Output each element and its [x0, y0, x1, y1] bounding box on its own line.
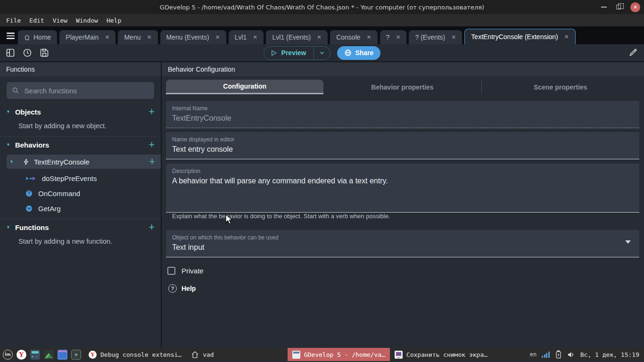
editor-tab-bar: Home PlayerMain Menu Menu (Events) Lvl1 …	[0, 26, 644, 44]
tab-lvl1[interactable]: Lvl1	[229, 30, 264, 44]
taskbar-item-gdevelop[interactable]: GDevelop 5 - /home/va…	[288, 348, 390, 361]
system-taskbar: Debug console extensi… vad GDevelop 5 - …	[0, 348, 644, 361]
preview-button[interactable]: Preview	[264, 46, 330, 60]
close-tab-icon[interactable]	[564, 33, 569, 40]
maximize-icon[interactable]	[616, 5, 621, 9]
steps-icon: ▶●▶	[26, 176, 36, 181]
close-tab-icon[interactable]	[253, 34, 257, 41]
share-button[interactable]: Share	[337, 46, 381, 60]
play-icon	[270, 49, 277, 57]
add-behavior-button[interactable]	[149, 140, 155, 150]
yandex-browser-icon	[89, 351, 97, 359]
functions-empty-text: Start by adding a new function.	[0, 235, 161, 252]
description-field[interactable]: Description A behavior that will parse a…	[166, 164, 639, 213]
tab-menu[interactable]: Menu	[118, 30, 157, 44]
taskbar-item-vad[interactable]: vad	[186, 348, 218, 361]
functions-sidebar: Functions Objects Start by adding a new …	[0, 62, 162, 348]
calculator-icon[interactable]	[30, 350, 40, 360]
tab-question[interactable]: ?	[380, 30, 407, 44]
hamburger-menu-icon[interactable]	[3, 29, 18, 43]
add-object-button[interactable]	[149, 107, 155, 117]
internal-name-field: Internal Name TextEntryConsole	[166, 101, 639, 128]
object-used-dropdown[interactable]: Object on which this behavior can be use…	[166, 230, 639, 257]
tab-textentryconsole-extension[interactable]: TextEntryConsole (Extension)	[464, 29, 575, 44]
theme-pen-icon[interactable]	[628, 47, 638, 57]
tab-configuration[interactable]: Configuration	[166, 80, 323, 94]
tab-question-events[interactable]: ? (Events)	[409, 30, 462, 44]
home-icon	[24, 34, 30, 41]
help-button[interactable]: Help	[166, 280, 639, 297]
tab-playermain[interactable]: PlayerMain	[59, 30, 116, 44]
description-helper-text: Explain what the behavior is doing to th…	[166, 213, 639, 225]
close-tab-icon[interactable]	[396, 34, 400, 41]
menu-file[interactable]: File	[2, 14, 25, 26]
clock[interactable]: Вс, 1 дек, 15:19	[580, 351, 639, 358]
collapse-triangle-icon[interactable]	[6, 225, 10, 230]
mint-menu-icon[interactable]	[3, 350, 13, 360]
functions-section-header[interactable]: Functions	[0, 219, 161, 235]
behavior-bolt-icon	[23, 158, 30, 165]
add-function-button[interactable]	[149, 222, 155, 232]
description-value[interactable]: A behavior that will parse any command e…	[172, 177, 633, 207]
behaviors-section-header[interactable]: Behaviors	[0, 137, 161, 153]
taskbar-item-debug-console[interactable]: Debug console extensi…	[84, 348, 186, 361]
close-window-icon[interactable]	[630, 2, 640, 12]
tab-scene-properties[interactable]: Scene properties	[481, 80, 639, 94]
objects-empty-text: Start by adding a new object.	[0, 120, 161, 136]
screenshot-icon	[395, 351, 403, 359]
volume-icon[interactable]	[567, 351, 575, 359]
taskbar-item-screenshot[interactable]: Сохранить снимок экра…	[390, 348, 492, 361]
internal-name-value: TextEntryConsole	[172, 114, 231, 122]
save-icon[interactable]	[40, 48, 49, 58]
search-functions-input[interactable]	[25, 87, 149, 95]
layout-panels-icon[interactable]	[6, 48, 15, 58]
menu-window[interactable]: Window	[72, 14, 102, 26]
tab-behavior-properties[interactable]: Behavior properties	[323, 80, 481, 94]
close-tab-icon[interactable]	[367, 34, 372, 41]
history-icon[interactable]	[23, 48, 32, 58]
image-viewer-icon[interactable]	[44, 350, 54, 360]
battery-charging-icon[interactable]	[555, 350, 562, 359]
display-name-field[interactable]: Name displayed in editor Text entry cons…	[166, 132, 639, 159]
window-title: GDevelop 5 - /home/vad/Wrath Of Chaos/Wr…	[0, 4, 644, 11]
help-question-icon	[168, 284, 177, 293]
private-checkbox-row[interactable]: Private	[166, 262, 639, 280]
menu-bar: File Edit View Window Help	[0, 14, 644, 26]
file-manager-icon[interactable]	[58, 350, 67, 360]
collapse-triangle-icon[interactable]	[6, 109, 10, 114]
search-functions-box[interactable]	[7, 82, 154, 99]
add-behavior-function-button[interactable]	[149, 156, 155, 167]
close-tab-icon[interactable]	[105, 34, 109, 41]
gear-fx-icon	[26, 206, 32, 212]
collapse-triangle-icon[interactable]	[9, 159, 14, 164]
terminal-icon[interactable]	[71, 350, 81, 360]
configuration-tabs: Configuration Behavior properties Scene …	[166, 80, 639, 94]
menu-edit[interactable]: Edit	[25, 14, 48, 26]
display-name-value[interactable]: Text entry console	[172, 145, 233, 153]
close-tab-icon[interactable]	[147, 34, 151, 41]
close-tab-icon[interactable]	[317, 34, 322, 41]
keyboard-layout-indicator[interactable]: en	[530, 351, 537, 358]
function-item-dostepprevents[interactable]: ▶●▶ doStepPreEvents	[0, 171, 161, 186]
window-icon	[292, 351, 300, 359]
close-tab-icon[interactable]	[215, 34, 220, 41]
objects-section-header[interactable]: Objects	[0, 104, 161, 120]
menu-help[interactable]: Help	[102, 14, 125, 26]
behavior-item-textentryconsole[interactable]: TextEntryConsole	[7, 155, 161, 169]
close-tab-icon[interactable]	[451, 34, 456, 41]
function-item-getarg[interactable]: GetArg	[0, 201, 161, 216]
minimize-icon[interactable]	[601, 7, 607, 8]
yandex-browser-icon[interactable]	[17, 350, 26, 360]
collapse-triangle-icon[interactable]	[6, 142, 10, 147]
menu-view[interactable]: View	[49, 14, 72, 26]
tab-lvl1-events[interactable]: Lvl1 (Events)	[266, 30, 328, 44]
function-item-oncommand[interactable]: OnCommand	[0, 186, 161, 201]
tab-home[interactable]: Home	[18, 30, 57, 44]
private-checkbox[interactable]	[167, 267, 175, 275]
tab-menu-events[interactable]: Menu (Events)	[160, 30, 226, 44]
tab-console[interactable]: Console	[330, 30, 377, 44]
preview-options-chevron-icon[interactable]	[314, 50, 330, 56]
network-signal-icon[interactable]	[542, 352, 550, 358]
home-folder-icon	[191, 351, 199, 359]
dropdown-caret-icon[interactable]	[625, 240, 631, 244]
